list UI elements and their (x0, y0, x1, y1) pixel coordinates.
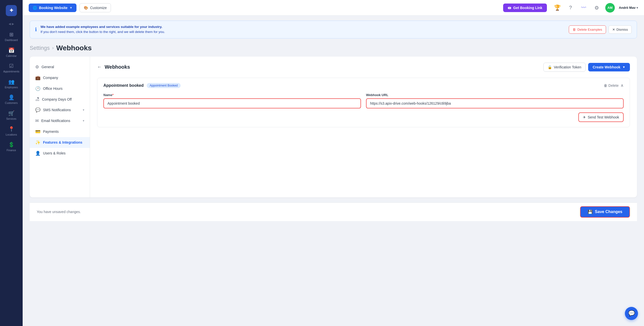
general-icon: ⚙ (35, 64, 39, 70)
collapse-webhook-button[interactable]: ∧ (621, 83, 624, 88)
sidebar-item-customers[interactable]: 👤 Customers (2, 92, 21, 107)
webhook-fields: Name* Webhook URL (103, 93, 624, 108)
sidebar-item-services[interactable]: 🛒 Services (2, 108, 21, 123)
settings-layout: ⚙ General 💼 Company 🕐 Office Hours 🏖 Com… (30, 57, 637, 197)
settings-menu-general[interactable]: ⚙ General (30, 62, 90, 72)
sidebar-item-appointments[interactable]: ☑ Appointments (2, 60, 21, 76)
sidebar-item-locations[interactable]: 📍 Locations (2, 124, 21, 139)
username[interactable]: Andrii Mav ▾ (619, 6, 638, 10)
url-field-group: Webhook URL (366, 93, 624, 108)
save-bar: You have unsaved changes. 💾 Save Changes (30, 202, 637, 221)
services-icon: 🛒 (8, 110, 15, 116)
name-input[interactable] (103, 98, 361, 108)
info-banner-line1: We have added example employees and serv… (41, 24, 565, 29)
webhooks-title-group: ← Webhooks (97, 64, 130, 70)
sms-icon: 💬 (35, 107, 41, 113)
webhook-card-actions: 🗑 Delete ∧ (604, 83, 624, 88)
sidebar-collapse[interactable]: ◀ ▶ (9, 22, 14, 26)
customers-icon: 👤 (8, 94, 15, 100)
close-icon: ✕ (612, 28, 615, 31)
dismiss-button[interactable]: ✕ Dismiss (609, 25, 632, 34)
trash-icon: 🗑 (573, 28, 576, 31)
features-icon: ✨ (35, 140, 41, 145)
webhooks-back-button[interactable]: ← (97, 64, 102, 70)
get-booking-link-button[interactable]: 🎟 Get Booking Link (503, 4, 547, 12)
dashboard-icon: ⊞ (9, 31, 14, 37)
help-button[interactable]: ? (566, 3, 575, 12)
settings-menu-payments[interactable]: 💳 Payments (30, 126, 90, 137)
info-icon: ℹ (35, 26, 37, 32)
users-label: Users & Roles (43, 151, 65, 155)
create-webhook-button[interactable]: Create Webhook ▼ (588, 63, 630, 71)
name-required: * (112, 93, 113, 97)
settings-content: ← Webhooks 🔒 Verification Token Create W… (90, 57, 637, 197)
sidebar-item-label: Calendar (6, 54, 17, 58)
avatar[interactable]: AM (605, 3, 615, 13)
sidebar-item-calendar[interactable]: 📅 Calendar (2, 45, 21, 60)
topbar-actions: 🏆 ? 〰 ⚙ AM Andrii Mav ▾ (553, 3, 638, 13)
settings-menu-office-hours[interactable]: 🕐 Office Hours (30, 83, 90, 94)
pulse-icon: 〰 (581, 5, 586, 11)
payments-label: Payments (43, 130, 59, 134)
settings-menu-features[interactable]: ✨ Features & Integrations (30, 137, 90, 148)
sidebar: ✦ ◀ ▶ ⊞ Dashboard 📅 Calendar ☑ Appointme… (0, 0, 23, 326)
booking-website-label: Booking Website (39, 6, 67, 10)
finance-icon: 💲 (8, 142, 15, 148)
verification-token-label: Verification Token (554, 65, 581, 69)
sidebar-item-finance[interactable]: 💲 Finance (2, 139, 21, 154)
company-label: Company (43, 76, 58, 80)
delete-webhook-button[interactable]: 🗑 Delete (604, 84, 619, 88)
save-icon: 💾 (588, 210, 593, 214)
delete-examples-button[interactable]: 🗑 Delete Examples (569, 25, 606, 34)
save-changes-button[interactable]: 💾 Save Changes (580, 206, 630, 218)
send-test-webhook-button[interactable]: ✈ Send Test Webhook (578, 112, 624, 122)
dismiss-label: Dismiss (617, 28, 628, 31)
username-text: Andrii Mav (619, 6, 635, 10)
username-arrow: ▾ (636, 6, 638, 10)
trophy-button[interactable]: 🏆 (553, 3, 562, 12)
customize-label: Customize (90, 6, 107, 10)
webhook-tag: Appointment Booked (147, 83, 181, 88)
send-icon: ✈ (583, 115, 586, 119)
employees-icon: 👥 (8, 79, 15, 85)
unsaved-changes-text: You have unsaved changes. (37, 210, 576, 214)
calendar-icon: 📅 (8, 47, 15, 53)
settings-menu-users[interactable]: 👤 Users & Roles (30, 148, 90, 159)
verification-token-button[interactable]: 🔒 Verification Token (543, 63, 585, 72)
sidebar-item-label: Appointments (3, 70, 19, 73)
pulse-button[interactable]: 〰 (579, 3, 588, 12)
save-label: Save Changes (595, 210, 622, 214)
chat-bubble[interactable]: 💬 (625, 307, 638, 320)
lock-icon: 🔒 (548, 65, 552, 69)
sidebar-item-label: Dashboard (5, 38, 18, 42)
gear-icon: ⚙ (594, 5, 599, 11)
settings-menu-email[interactable]: ✉ Email Notifications ▾ (30, 115, 90, 126)
webhook-card-title-group: Appointment booked Appointment Booked (103, 83, 181, 88)
settings-menu-sms[interactable]: 💬 SMS Notifications ▾ (30, 105, 90, 115)
trash-icon: 🗑 (604, 84, 607, 88)
company-icon: 💼 (35, 75, 41, 80)
settings-menu-company-days-off[interactable]: 🏖 Company Days Off (30, 94, 90, 105)
breadcrumb-settings[interactable]: Settings (30, 45, 50, 51)
booking-website-dropdown-arrow: ▼ (69, 6, 72, 10)
sidebar-item-employees[interactable]: 👥 Employees (2, 76, 21, 92)
company-days-off-icon: 🏖 (35, 97, 39, 102)
booking-website-button[interactable]: 🌐 Booking Website ▼ (29, 4, 76, 12)
settings-sidebar: ⚙ General 💼 Company 🕐 Office Hours 🏖 Com… (30, 57, 90, 197)
info-banner-actions: 🗑 Delete Examples ✕ Dismiss (569, 25, 632, 34)
company-days-off-label: Company Days Off (42, 97, 72, 101)
webhooks-title: Webhooks (105, 64, 130, 70)
appointments-icon: ☑ (9, 63, 14, 69)
sidebar-item-dashboard[interactable]: ⊞ Dashboard (2, 29, 21, 44)
sidebar-logo: ✦ (4, 3, 19, 18)
settings-button[interactable]: ⚙ (592, 3, 601, 12)
settings-menu-company[interactable]: 💼 Company (30, 72, 90, 83)
sidebar-item-label: Finance (7, 149, 16, 152)
info-banner: ℹ We have added example employees and se… (30, 21, 637, 38)
breadcrumb-arrow: › (52, 45, 54, 51)
features-label: Features & Integrations (43, 140, 82, 144)
customize-button[interactable]: 🎨 Customize (79, 3, 111, 12)
sms-label: SMS Notifications (43, 108, 71, 112)
webhook-url-input[interactable] (366, 98, 624, 108)
office-hours-label: Office Hours (43, 87, 63, 91)
